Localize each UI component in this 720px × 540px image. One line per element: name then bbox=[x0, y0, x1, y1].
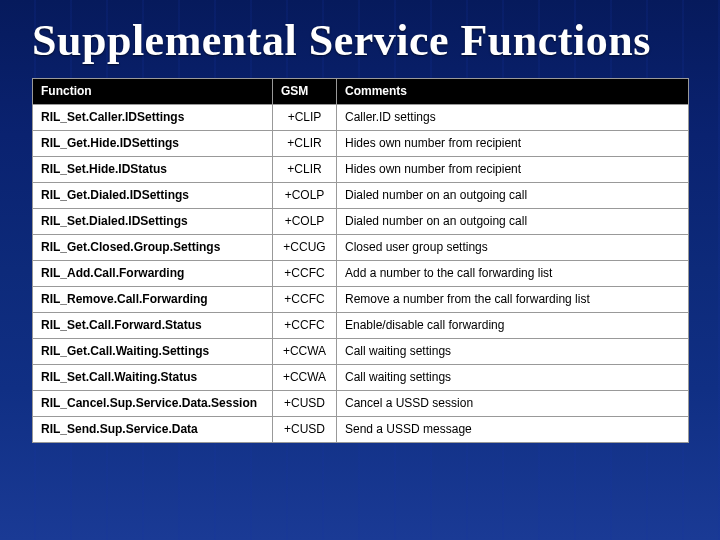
cell-gsm: +CLIR bbox=[273, 131, 337, 157]
functions-table: Function GSM Comments RIL_Set.Caller.IDS… bbox=[32, 78, 689, 443]
cell-function: RIL_Set.Call.Forward.Status bbox=[33, 313, 273, 339]
table-row: RIL_Get.Dialed.IDSettings+COLPDialed num… bbox=[33, 183, 689, 209]
cell-function: RIL_Get.Dialed.IDSettings bbox=[33, 183, 273, 209]
cell-gsm: +COLP bbox=[273, 183, 337, 209]
table-row: RIL_Get.Hide.IDSettings+CLIRHides own nu… bbox=[33, 131, 689, 157]
cell-gsm: +CUSD bbox=[273, 417, 337, 443]
cell-function: RIL_Get.Hide.IDSettings bbox=[33, 131, 273, 157]
col-header-gsm: GSM bbox=[273, 79, 337, 105]
cell-comment: Enable/disable call forwarding bbox=[337, 313, 689, 339]
cell-comment: Hides own number from recipient bbox=[337, 157, 689, 183]
cell-function: RIL_Get.Call.Waiting.Settings bbox=[33, 339, 273, 365]
cell-comment: Hides own number from recipient bbox=[337, 131, 689, 157]
cell-gsm: +CCWA bbox=[273, 339, 337, 365]
table-header-row: Function GSM Comments bbox=[33, 79, 689, 105]
cell-function: RIL_Send.Sup.Service.Data bbox=[33, 417, 273, 443]
cell-comment: Closed user group settings bbox=[337, 235, 689, 261]
cell-function: RIL_Cancel.Sup.Service.Data.Session bbox=[33, 391, 273, 417]
cell-comment: Call waiting settings bbox=[337, 339, 689, 365]
cell-function: RIL_Remove.Call.Forwarding bbox=[33, 287, 273, 313]
cell-gsm: +CCFC bbox=[273, 287, 337, 313]
cell-gsm: +CLIP bbox=[273, 105, 337, 131]
cell-gsm: +CLIR bbox=[273, 157, 337, 183]
cell-gsm: +CUSD bbox=[273, 391, 337, 417]
col-header-comments: Comments bbox=[337, 79, 689, 105]
table-row: RIL_Set.Hide.IDStatus+CLIRHides own numb… bbox=[33, 157, 689, 183]
table-row: RIL_Remove.Call.Forwarding+CCFCRemove a … bbox=[33, 287, 689, 313]
table-row: RIL_Cancel.Sup.Service.Data.Session+CUSD… bbox=[33, 391, 689, 417]
cell-gsm: +CCFC bbox=[273, 313, 337, 339]
cell-comment: Cancel a USSD session bbox=[337, 391, 689, 417]
cell-comment: Dialed number on an outgoing call bbox=[337, 183, 689, 209]
cell-gsm: +CCUG bbox=[273, 235, 337, 261]
table-row: RIL_Get.Closed.Group.Settings+CCUGClosed… bbox=[33, 235, 689, 261]
cell-function: RIL_Add.Call.Forwarding bbox=[33, 261, 273, 287]
cell-function: RIL_Set.Caller.IDSettings bbox=[33, 105, 273, 131]
table-row: RIL_Set.Dialed.IDSettings+COLPDialed num… bbox=[33, 209, 689, 235]
table-row: RIL_Add.Call.Forwarding+CCFCAdd a number… bbox=[33, 261, 689, 287]
table-row: RIL_Set.Call.Waiting.Status+CCWACall wai… bbox=[33, 365, 689, 391]
cell-comment: Dialed number on an outgoing call bbox=[337, 209, 689, 235]
table-row: RIL_Get.Call.Waiting.Settings+CCWACall w… bbox=[33, 339, 689, 365]
slide: Supplemental Service Functions Function … bbox=[0, 0, 720, 540]
cell-gsm: +COLP bbox=[273, 209, 337, 235]
cell-comment: Send a USSD message bbox=[337, 417, 689, 443]
cell-gsm: +CCWA bbox=[273, 365, 337, 391]
cell-comment: Call waiting settings bbox=[337, 365, 689, 391]
table-row: RIL_Set.Call.Forward.Status+CCFCEnable/d… bbox=[33, 313, 689, 339]
cell-function: RIL_Set.Dialed.IDSettings bbox=[33, 209, 273, 235]
table-row: RIL_Send.Sup.Service.Data+CUSDSend a USS… bbox=[33, 417, 689, 443]
cell-comment: Caller.ID settings bbox=[337, 105, 689, 131]
cell-function: RIL_Get.Closed.Group.Settings bbox=[33, 235, 273, 261]
cell-comment: Add a number to the call forwarding list bbox=[337, 261, 689, 287]
cell-comment: Remove a number from the call forwarding… bbox=[337, 287, 689, 313]
cell-function: RIL_Set.Hide.IDStatus bbox=[33, 157, 273, 183]
cell-gsm: +CCFC bbox=[273, 261, 337, 287]
cell-function: RIL_Set.Call.Waiting.Status bbox=[33, 365, 273, 391]
col-header-function: Function bbox=[33, 79, 273, 105]
slide-title: Supplemental Service Functions bbox=[32, 18, 688, 64]
table-row: RIL_Set.Caller.IDSettings+CLIPCaller.ID … bbox=[33, 105, 689, 131]
